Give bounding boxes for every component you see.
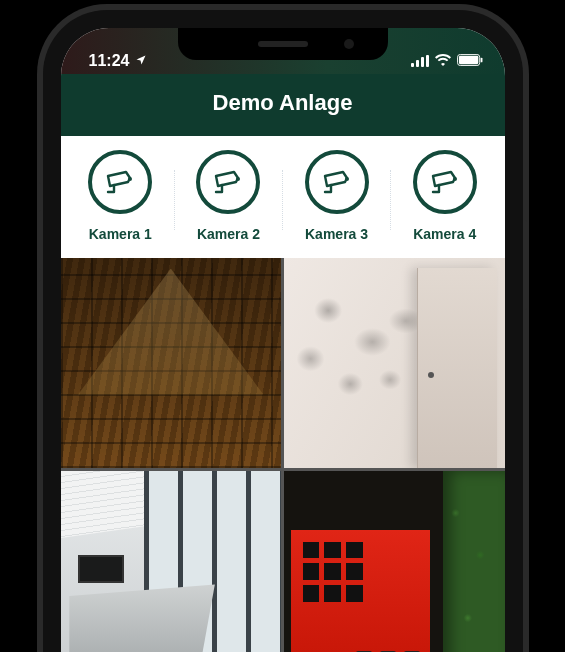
svg-rect-1: [458, 56, 477, 64]
camera-icon: [413, 150, 477, 214]
page-title: Demo Anlage: [213, 90, 353, 115]
cellular-icon: [411, 55, 429, 67]
phone-screen: 11:24: [61, 28, 505, 652]
camera-tab-2[interactable]: Kamera 2: [178, 150, 278, 242]
camera-feed-1[interactable]: [61, 258, 282, 468]
app-header: Demo Anlage: [61, 74, 505, 136]
camera-feeds-grid: [61, 258, 505, 652]
camera-picker-row: Kamera 1 Kamera 2: [61, 136, 505, 258]
svg-point-3: [128, 177, 132, 181]
phone-device: 11:24: [43, 10, 523, 652]
location-icon: [135, 52, 147, 70]
battery-icon: [457, 52, 483, 70]
svg-point-4: [236, 177, 240, 181]
camera-label: Kamera 2: [197, 226, 260, 242]
camera-label: Kamera 1: [89, 226, 152, 242]
camera-tab-4[interactable]: Kamera 4: [395, 150, 495, 242]
wifi-icon: [435, 52, 451, 70]
camera-icon: [196, 150, 260, 214]
camera-feed-3[interactable]: [61, 471, 282, 652]
device-notch: [178, 28, 388, 60]
camera-label: Kamera 3: [305, 226, 368, 242]
camera-feed-4[interactable]: [284, 471, 505, 652]
status-time: 11:24: [89, 52, 130, 70]
svg-point-6: [453, 177, 457, 181]
camera-label: Kamera 4: [413, 226, 476, 242]
camera-icon: [305, 150, 369, 214]
camera-tab-3[interactable]: Kamera 3: [287, 150, 387, 242]
divider: [390, 170, 391, 230]
svg-point-5: [345, 177, 349, 181]
divider: [174, 170, 175, 230]
svg-rect-2: [480, 58, 482, 63]
camera-tab-1[interactable]: Kamera 1: [70, 150, 170, 242]
camera-feed-2[interactable]: [284, 258, 505, 468]
camera-icon: [88, 150, 152, 214]
divider: [282, 170, 283, 230]
frame-background: 11:24: [0, 0, 565, 652]
